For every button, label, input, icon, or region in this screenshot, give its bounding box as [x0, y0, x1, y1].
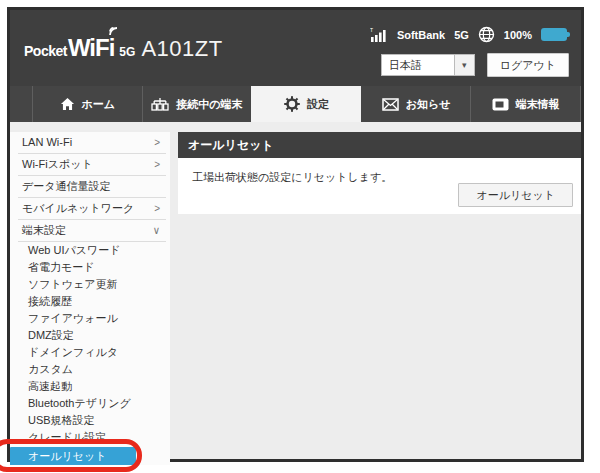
sidebar-item-device-settings[interactable]: 端末設定 ∨ [18, 220, 166, 242]
webui-window: Pocket WiFi 5G A101ZT T SoftBank 5G [7, 7, 584, 462]
header-controls: 日本語 ▾ ログアウト [381, 53, 569, 77]
sidebar-subitem-all-reset[interactable]: オールリセット [10, 447, 136, 465]
tab-notifications[interactable]: お知らせ [361, 86, 471, 122]
sidebar-subitem-webui-password[interactable]: Web UIパスワード [10, 242, 170, 259]
logo-5g-text: 5G [119, 45, 135, 59]
sidebar-subitem-power-save[interactable]: 省電力モード [10, 259, 170, 276]
logo-wifi-text: WiFi [68, 34, 114, 61]
chevron-right-icon: > [154, 153, 160, 176]
network-type-label: 5G [454, 29, 469, 41]
sidebar-item-label: データ通信量設定 [22, 176, 111, 197]
signal-bars-icon: T [370, 28, 388, 42]
gear-icon [284, 96, 300, 112]
sidebar-subitem-usb-standard[interactable]: USB規格設定 [10, 412, 170, 429]
sidebar-item-label: 端末設定 [22, 220, 66, 241]
chevron-right-icon: > [154, 197, 160, 220]
sidebar-subitem-cradle[interactable]: クレードル設定 [10, 429, 170, 446]
sidebar-item-label: LAN Wi-Fi [22, 132, 72, 153]
status-bar: T SoftBank 5G 100% [370, 26, 567, 43]
reset-panel: 工場出荷状態の設定にリセットします。 オールリセット [178, 158, 581, 214]
tab-label: ホーム [82, 97, 116, 112]
sidebar-subitem-fast-boot[interactable]: 高速起動 [10, 378, 170, 395]
sidebar-item-wifi-spot[interactable]: Wi-Fiスポット > [18, 154, 166, 176]
sidebar-item-lan-wifi[interactable]: LAN Wi-Fi > [18, 132, 166, 154]
home-icon [60, 97, 75, 111]
sidebar-subitem-domain-filter[interactable]: ドメインフィルタ [10, 344, 170, 361]
section-title: オールリセット [178, 132, 581, 158]
sidebar-subitem-software-update[interactable]: ソフトウェア更新 [10, 276, 170, 293]
sidebar-subitem-dmz[interactable]: DMZ設定 [10, 327, 170, 344]
sidebar-item-label: Wi-Fiスポット [22, 154, 93, 175]
chevron-down-icon: ▾ [454, 55, 474, 75]
tab-label: 端末情報 [516, 97, 560, 112]
tab-home[interactable]: ホーム [32, 86, 142, 122]
sidebar-subitem-connection-history[interactable]: 接続履歴 [10, 293, 170, 310]
pocket-wifi-logo: Pocket WiFi 5G A101ZT [24, 34, 223, 62]
chevron-down-icon: ∨ [153, 219, 160, 242]
tabbar-left-spacer [10, 86, 32, 122]
carrier-label: SoftBank [397, 29, 445, 41]
main-content: オールリセット 工場出荷状態の設定にリセットします。 オールリセット [178, 132, 581, 465]
header: Pocket WiFi 5G A101ZT T SoftBank 5G [10, 10, 581, 86]
sidebar-subitem-firewall[interactable]: ファイアウォール [10, 310, 170, 327]
nav-tabbar: ホーム 接続中の端末 [10, 86, 581, 122]
tab-settings[interactable]: 設定 [251, 86, 361, 122]
logo-model-text: A101ZT [141, 36, 222, 62]
sidebar-item-data-usage[interactable]: データ通信量設定 [18, 176, 166, 198]
sidebar-subitem-custom[interactable]: カスタム [10, 361, 170, 378]
sidebar: LAN Wi-Fi > Wi-Fiスポット > データ通信量設定 モバイルネット… [10, 132, 170, 465]
wifi-arcs-icon [108, 26, 120, 36]
svg-text:T: T [370, 28, 373, 33]
device-info-icon [492, 98, 509, 111]
tab-connected-devices[interactable]: 接続中の端末 [142, 86, 252, 122]
logout-button[interactable]: ログアウト [487, 53, 569, 77]
globe-icon [478, 26, 495, 43]
logo-pocket-text: Pocket [24, 43, 67, 59]
tab-label: お知らせ [406, 97, 451, 112]
sidebar-item-mobile-network[interactable]: モバイルネットワーク > [18, 198, 166, 220]
tab-label: 接続中の端末 [176, 97, 242, 112]
sidebar-item-label: モバイルネットワーク [22, 198, 134, 219]
tab-label: 設定 [307, 97, 329, 112]
language-select-value: 日本語 [382, 58, 454, 73]
sidebar-subitem-bluetooth-tethering[interactable]: Bluetoothテザリング [10, 395, 170, 412]
battery-icon [541, 28, 567, 41]
chevron-right-icon: > [154, 132, 160, 154]
language-select[interactable]: 日本語 ▾ [381, 54, 475, 76]
connected-devices-icon [151, 97, 169, 112]
tab-device-info[interactable]: 端末情報 [470, 86, 581, 122]
battery-percent-label: 100% [504, 29, 532, 41]
all-reset-button[interactable]: オールリセット [458, 183, 573, 207]
mail-icon [382, 98, 399, 111]
reset-description: 工場出荷状態の設定にリセットします。 [178, 158, 581, 185]
body-area: LAN Wi-Fi > Wi-Fiスポット > データ通信量設定 モバイルネット… [10, 122, 581, 465]
